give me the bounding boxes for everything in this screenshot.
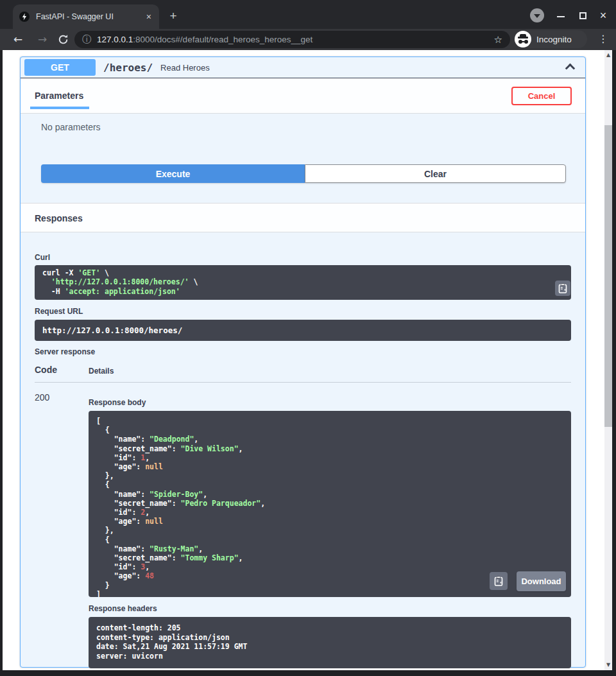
opblock-get-heroes: GET /heroes/ Read Heroes Parameters Canc… <box>20 56 586 668</box>
operation-path: /heroes/ <box>103 62 153 74</box>
clipboard-icon <box>558 283 567 293</box>
scrollbar-down-arrow[interactable]: ▼ <box>604 661 612 669</box>
copy-response-button[interactable] <box>490 572 508 590</box>
browser-titlebar: FastAPI - Swagger UI × + × <box>0 0 616 29</box>
scrollbar-thumb[interactable] <box>604 125 612 427</box>
clear-button[interactable]: Clear <box>305 164 566 183</box>
incognito-label: Incognito <box>536 35 572 44</box>
operation-summary[interactable]: GET /heroes/ Read Heroes <box>21 57 585 78</box>
incognito-badge: Incognito <box>514 30 587 48</box>
response-headers-label: Response headers <box>89 604 157 613</box>
url-path: :8000/docs#/default/read_heroes_heroes__… <box>133 35 312 44</box>
window-minimize-button[interactable] <box>553 8 569 23</box>
chevron-down-icon <box>534 14 540 18</box>
site-info-icon[interactable]: ⓘ <box>82 34 91 46</box>
window-left-edge <box>0 50 3 670</box>
page-scrollbar[interactable]: ▲ ▼ <box>604 50 612 670</box>
url-host: 127.0.0.1 <box>97 35 133 44</box>
tab-close-icon[interactable]: × <box>145 12 153 21</box>
responses-title: Responses <box>35 213 83 223</box>
details-column-header: Details <box>89 367 114 376</box>
response-body-block: [ { "name": "Deadpond", "secret_name": "… <box>89 411 571 597</box>
response-body-label: Response body <box>89 398 146 407</box>
window-right-edge <box>612 50 616 670</box>
curl-label: Curl <box>35 253 50 262</box>
bookmark-star-icon[interactable]: ☆ <box>494 34 502 46</box>
swagger-page: GET /heroes/ Read Heroes Parameters Canc… <box>0 50 616 670</box>
active-tab-underline <box>30 107 89 109</box>
request-url-label: Request URL <box>35 307 83 316</box>
collapse-chevron-icon[interactable] <box>565 64 576 74</box>
browser-toolbar: ← → ⓘ 127.0.0.1:8000/docs#/default/read_… <box>0 29 616 50</box>
no-parameters-text: No parameters <box>41 122 101 132</box>
back-button[interactable]: ← <box>10 31 26 47</box>
table-divider <box>35 382 571 383</box>
url-bar[interactable]: ⓘ 127.0.0.1:8000/docs#/default/read_hero… <box>74 31 510 48</box>
refresh-icon <box>58 34 69 45</box>
code-column-header: Code <box>35 365 57 375</box>
refresh-button[interactable] <box>58 34 69 48</box>
response-headers-block: content-length: 205 content-type: applic… <box>89 617 571 668</box>
curl-command-block: curl -X 'GET' \ 'http://127.0.0.1:8000/h… <box>35 265 571 300</box>
execute-button[interactable]: Execute <box>41 164 305 183</box>
execute-row: Execute Clear <box>41 164 566 183</box>
minimize-icon <box>557 16 565 17</box>
copy-curl-button[interactable] <box>555 281 570 296</box>
cancel-button[interactable]: Cancel <box>511 87 572 105</box>
browser-tab[interactable]: FastAPI - Swagger UI × <box>13 4 159 29</box>
status-code: 200 <box>35 392 49 403</box>
tab-search-button[interactable] <box>530 8 544 22</box>
fastapi-favicon-icon <box>19 12 30 22</box>
window-close-button[interactable]: × <box>595 8 611 23</box>
request-url-block: http://127.0.0.1:8000/heroes/ <box>35 320 571 341</box>
maximize-icon <box>579 12 586 19</box>
method-badge: GET <box>24 59 96 76</box>
parameters-title: Parameters <box>35 91 83 101</box>
download-button[interactable]: Download <box>517 571 566 591</box>
browser-menu-button[interactable]: ⋮ <box>595 31 611 47</box>
server-response-label: Server response <box>35 347 95 356</box>
window-maximize-button[interactable] <box>575 8 590 23</box>
incognito-icon <box>515 31 531 48</box>
responses-header: Responses <box>21 203 585 232</box>
scrollbar-up-arrow[interactable]: ▲ <box>604 51 612 59</box>
url-text: 127.0.0.1:8000/docs#/default/read_heroes… <box>97 35 489 44</box>
tab-title: FastAPI - Swagger UI <box>36 12 145 21</box>
parameters-header: Parameters Cancel <box>21 78 585 114</box>
operation-description: Read Heroes <box>160 63 210 73</box>
window-bottom-edge <box>0 670 616 676</box>
new-tab-button[interactable]: + <box>166 8 181 24</box>
forward-button[interactable]: → <box>35 31 50 47</box>
clipboard-icon <box>494 576 503 586</box>
